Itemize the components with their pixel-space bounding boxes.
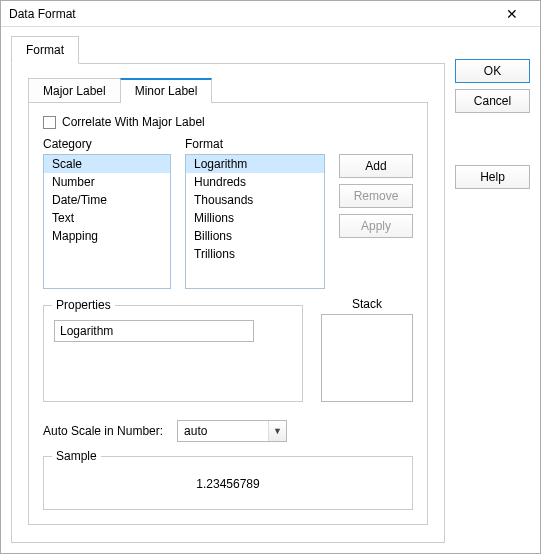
stack-listbox[interactable] — [321, 314, 413, 402]
list-item[interactable]: Trillions — [186, 245, 324, 263]
autoscale-row: Auto Scale in Number: ▼ — [43, 420, 413, 442]
properties-input[interactable] — [54, 320, 254, 342]
left-column: Format Major Label Minor Label Correlate… — [11, 35, 445, 543]
list-item[interactable]: Date/Time — [44, 191, 170, 209]
list-item[interactable]: Scale — [44, 155, 170, 173]
tab-format[interactable]: Format — [11, 36, 79, 64]
list-item[interactable]: Billions — [186, 227, 324, 245]
list-item[interactable]: Mapping — [44, 227, 170, 245]
list-actions: Add Remove Apply — [339, 154, 413, 289]
format-listbox[interactable]: Logarithm Hundreds Thousands Millions Bi… — [185, 154, 325, 289]
spacer — [455, 119, 530, 159]
properties-legend: Properties — [52, 298, 115, 312]
autoscale-label: Auto Scale in Number: — [43, 424, 163, 438]
data-format-dialog: Data Format ✕ Format Major Label Minor L… — [0, 0, 541, 554]
format-panel: Major Label Minor Label Correlate With M… — [11, 63, 445, 543]
close-icon[interactable]: ✕ — [492, 6, 532, 22]
correlate-row: Correlate With Major Label — [43, 115, 413, 129]
stack-label: Stack — [321, 297, 413, 311]
sample-fieldset: Sample 1.23456789 — [43, 456, 413, 510]
dialog-body: Format Major Label Minor Label Correlate… — [1, 27, 540, 553]
tab-major-label[interactable]: Major Label — [28, 78, 120, 103]
autoscale-input[interactable] — [177, 420, 287, 442]
outer-tabs: Format — [11, 35, 445, 63]
list-item[interactable]: Number — [44, 173, 170, 191]
add-button[interactable]: Add — [339, 154, 413, 178]
sample-legend: Sample — [52, 449, 101, 463]
list-item[interactable]: Thousands — [186, 191, 324, 209]
stack-block: Stack — [321, 297, 413, 402]
list-item[interactable]: Hundreds — [186, 173, 324, 191]
category-block: Category Scale Number Date/Time Text Map… — [43, 137, 171, 289]
correlate-checkbox[interactable] — [43, 116, 56, 129]
inner-tabs: Major Label Minor Label — [28, 78, 428, 103]
list-item[interactable]: Text — [44, 209, 170, 227]
format-label: Format — [185, 137, 325, 151]
lists-row: Category Scale Number Date/Time Text Map… — [43, 137, 413, 289]
cancel-button[interactable]: Cancel — [455, 89, 530, 113]
minor-label-panel: Correlate With Major Label Category Scal… — [28, 102, 428, 525]
correlate-label: Correlate With Major Label — [62, 115, 205, 129]
help-button[interactable]: Help — [455, 165, 530, 189]
apply-button[interactable]: Apply — [339, 214, 413, 238]
properties-fieldset: Properties — [43, 305, 303, 402]
dialog-title: Data Format — [9, 7, 492, 21]
tab-minor-label[interactable]: Minor Label — [120, 78, 213, 103]
autoscale-select[interactable]: ▼ — [177, 420, 287, 442]
format-block: Format Logarithm Hundreds Thousands Mill… — [185, 137, 325, 289]
props-stack-row: Properties Stack — [43, 297, 413, 402]
category-listbox[interactable]: Scale Number Date/Time Text Mapping — [43, 154, 171, 289]
list-item[interactable]: Logarithm — [186, 155, 324, 173]
list-item[interactable]: Millions — [186, 209, 324, 227]
category-label: Category — [43, 137, 171, 151]
titlebar: Data Format ✕ — [1, 1, 540, 27]
right-buttons: OK Cancel Help — [455, 35, 530, 543]
remove-button[interactable]: Remove — [339, 184, 413, 208]
sample-value: 1.23456789 — [54, 467, 402, 497]
ok-button[interactable]: OK — [455, 59, 530, 83]
